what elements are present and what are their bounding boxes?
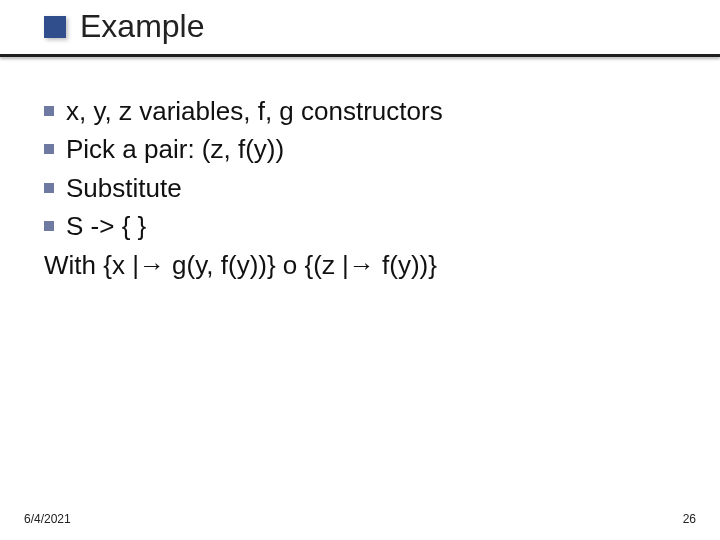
slide: Example x, y, z variables, f, g construc…	[0, 0, 720, 540]
bullet-text: Substitute	[66, 169, 182, 207]
bullet-item: S -> { }	[44, 207, 680, 245]
bullet-text: S -> { }	[66, 207, 146, 245]
footer-date: 6/4/2021	[24, 512, 71, 526]
bullet-item: Pick a pair: (z, f(y))	[44, 130, 680, 168]
slide-title: Example	[80, 8, 205, 45]
bullet-text: Pick a pair: (z, f(y))	[66, 130, 284, 168]
title-row: Example	[44, 8, 700, 45]
bullet-square-icon	[44, 144, 54, 154]
bullet-square-icon	[44, 106, 54, 116]
footer-page-number: 26	[683, 512, 696, 526]
slide-body: x, y, z variables, f, g constructors Pic…	[44, 92, 680, 284]
bullet-item: Substitute	[44, 169, 680, 207]
bullet-item: x, y, z variables, f, g constructors	[44, 92, 680, 130]
title-accent-square	[44, 16, 66, 38]
title-divider	[0, 54, 720, 57]
bullet-square-icon	[44, 183, 54, 193]
bullet-text: x, y, z variables, f, g constructors	[66, 92, 443, 130]
with-line: With {x |→ g(y, f(y))} o {(z |→ f(y))}	[44, 246, 680, 284]
bullet-square-icon	[44, 221, 54, 231]
